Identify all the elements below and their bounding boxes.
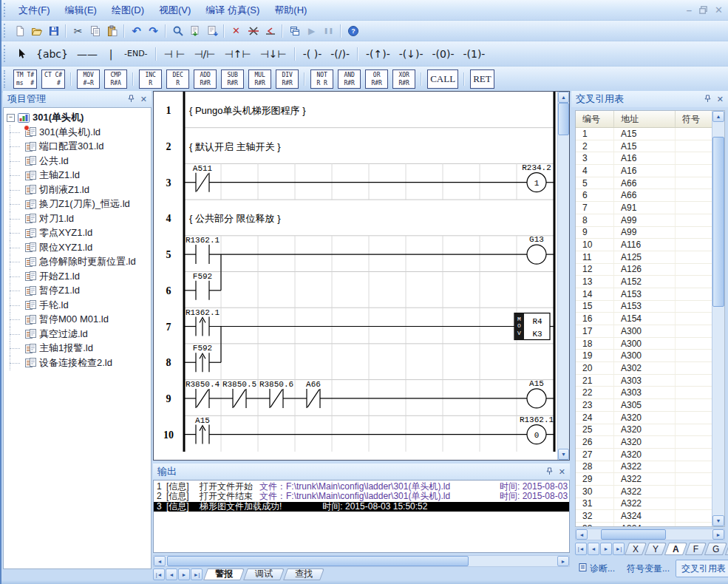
page-export-button[interactable] — [203, 23, 220, 39]
xref-row[interactable]: 10A116 — [576, 239, 724, 251]
xref-row[interactable]: 15A153 — [576, 301, 724, 313]
dock-tab-0[interactable]: 诊断... — [573, 560, 621, 577]
scroll-right-icon[interactable]: ► — [557, 556, 569, 566]
scroll-down-icon[interactable]: ▼ — [558, 449, 569, 460]
xref-row[interactable]: 4A16 — [576, 165, 724, 177]
letter-tab-A[interactable]: A — [667, 543, 685, 555]
mul-instruction-button[interactable]: MULR#R — [248, 69, 271, 89]
xref-vscrollbar[interactable]: ▲ ▼ — [712, 111, 724, 526]
undo-button[interactable]: ↶ — [128, 23, 145, 39]
inc-instruction-button[interactable]: INCR — [139, 69, 162, 89]
letter-tab-Y[interactable]: Y — [647, 543, 664, 555]
mov-instruction-button[interactable]: MOV#→R — [77, 69, 100, 89]
scroll-thumb[interactable] — [601, 529, 666, 540]
scroll-up-icon[interactable]: ▲ — [558, 92, 569, 103]
tree-item-9[interactable]: 急停解除时更新位置.ld — [4, 255, 151, 270]
end-instruction-tool[interactable]: -END- — [120, 44, 152, 64]
xref-row[interactable]: 22A303 — [576, 387, 724, 399]
xref-row[interactable]: 11A125 — [576, 251, 724, 264]
pin-icon[interactable] — [545, 467, 554, 477]
xref-row[interactable]: 30A322 — [576, 486, 724, 498]
letter-tab-F[interactable]: F — [687, 543, 704, 555]
scroll-track[interactable] — [558, 135, 569, 449]
coil-falling-tool[interactable]: -(↓)- — [395, 44, 428, 64]
cursor-tool[interactable] — [11, 44, 32, 64]
scroll-thumb[interactable] — [712, 137, 724, 307]
dock-tab-1[interactable]: 符号变量... — [621, 560, 676, 577]
scroll-left-icon[interactable]: ◄ — [576, 529, 588, 540]
nav-next-button[interactable]: ► — [178, 568, 190, 580]
xref-row[interactable]: 21A303 — [576, 375, 724, 387]
nav-first-button[interactable]: |◄ — [153, 568, 165, 580]
xref-row[interactable]: 2A15 — [576, 140, 724, 153]
xref-row[interactable]: 14A153 — [576, 288, 724, 301]
tree-item-4[interactable]: 切削液Z1.ld — [4, 183, 151, 197]
tree-item-6[interactable]: 对刀1.ld — [4, 211, 151, 226]
xor-instruction-button[interactable]: XORR#R — [392, 69, 415, 89]
nav-prev-button[interactable]: ◄ — [588, 543, 599, 555]
tree-item-11[interactable]: 暂停Z1.ld — [4, 284, 151, 299]
letter-tab-X[interactable]: X — [627, 543, 644, 555]
xref-row[interactable]: 29A322 — [576, 473, 724, 486]
tree-item-15[interactable]: 主轴1报警.ld — [4, 342, 151, 356]
output-hscrollbar[interactable]: ◄ ► — [153, 555, 570, 567]
log-line-2[interactable]: 2[信息]打开文件结束文件：F:\trunk\Main\config\ladde… — [154, 492, 569, 501]
scroll-track[interactable] — [588, 529, 712, 540]
close-icon[interactable]: ✕ — [140, 95, 147, 104]
horizontal-line-tool[interactable]: —— — [72, 44, 102, 64]
coil-negated-tool[interactable]: -(/)- — [326, 44, 354, 64]
xref-row[interactable]: 26A320 — [576, 436, 724, 449]
output-tab-0[interactable]: 警报 — [205, 568, 242, 580]
close-button[interactable]: ✕ — [715, 4, 723, 16]
nav-last-button[interactable]: ►| — [613, 543, 625, 555]
open-folder-button[interactable] — [28, 23, 45, 39]
tree-item-16[interactable]: 设备连接检查2.ld — [4, 356, 151, 370]
nav-first-button[interactable]: |◄ — [575, 543, 587, 555]
xref-row[interactable]: 19A300 — [576, 350, 724, 362]
save-button[interactable] — [45, 23, 62, 39]
xref-column-header-1[interactable]: 地址 — [614, 111, 676, 127]
xref-row[interactable]: 1A15 — [576, 128, 724, 140]
delete-x-button[interactable]: ✕ — [228, 23, 245, 39]
tree-item-14[interactable]: 真空过滤.ld — [4, 327, 151, 342]
xref-row[interactable]: 9A99 — [576, 227, 724, 240]
page-import-button[interactable] — [186, 23, 203, 39]
coil-reset-tool[interactable]: -(0)- — [428, 44, 459, 64]
log-line-3[interactable]: 3[信息]梯形图文件加载成功!时间: 2015-08-03 15:50:52 — [154, 502, 569, 512]
tree-item-10[interactable]: 开始Z1.ld — [4, 269, 151, 284]
paste-button[interactable] — [103, 23, 120, 39]
tree-item-7[interactable]: 零点XYZ1.ld — [4, 226, 151, 241]
restore-button[interactable] — [698, 5, 708, 15]
xref-row[interactable]: 24A320 — [576, 412, 724, 424]
xref-row[interactable]: 3A16 — [576, 152, 724, 165]
xref-row[interactable]: 33A324 — [576, 523, 724, 527]
log-line-1[interactable]: 1[信息]打开文件开始文件：F:\trunk\Main\config\ladde… — [154, 482, 569, 492]
xref-column-header-0[interactable]: 编号 — [576, 111, 614, 127]
xref-row[interactable]: 5A66 — [576, 177, 724, 190]
pin-icon[interactable] — [704, 95, 712, 104]
xref-row[interactable]: 16A154 — [576, 313, 724, 325]
xref-row[interactable]: 13A152 — [576, 276, 724, 288]
contact-nc-tool[interactable]: ⊣/⊢ — [189, 44, 220, 64]
text-label-tool[interactable]: {abc} — [32, 44, 72, 64]
dec-instruction-button[interactable]: DECR — [166, 69, 189, 89]
tree-item-5[interactable]: 换刀Z1(刀库)_恒远.ld — [4, 197, 151, 212]
xref-row[interactable]: 6A66 — [576, 189, 724, 202]
ladder-editor[interactable]: 1{ Pungo单头机梯形图程序 }2{ 默认开启 主轴开关 }3A5111R2… — [154, 92, 558, 459]
xref-row[interactable]: 7A91 — [576, 202, 724, 214]
pause-button[interactable]: ❚❚ — [320, 23, 337, 39]
contact-no-tool[interactable]: ⊣ ⊢ — [160, 44, 190, 64]
scroll-track[interactable] — [166, 556, 557, 566]
menu-item-edit[interactable]: 编辑(E) — [58, 1, 104, 20]
scroll-thumb[interactable] — [558, 103, 569, 135]
menu-item-file[interactable]: 文件(F) — [11, 1, 58, 20]
contact-rising-tool[interactable]: ⊣↑⊢ — [220, 44, 256, 64]
contact-falling-tool[interactable]: ⊣↓⊢ — [256, 44, 291, 64]
nav-prev-button[interactable]: ◄ — [166, 568, 177, 580]
xref-row[interactable]: 27A320 — [576, 449, 724, 461]
output-tab-1[interactable]: 调试 — [245, 568, 282, 580]
xref-row[interactable]: 8A99 — [576, 214, 724, 227]
nav-next-button[interactable]: ► — [600, 543, 612, 555]
cut-button[interactable]: ✂ — [69, 23, 86, 39]
search-button[interactable] — [169, 23, 186, 39]
